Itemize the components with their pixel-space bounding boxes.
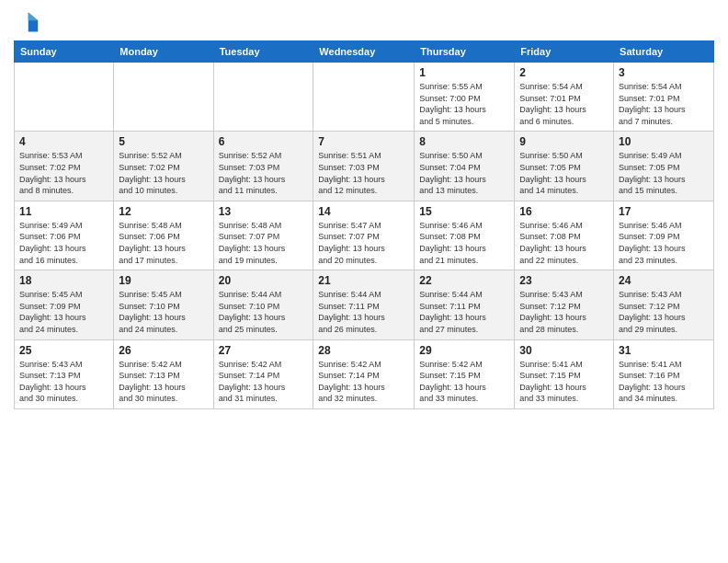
calendar-header-sunday: Sunday bbox=[15, 41, 114, 63]
day-info: Sunrise: 5:45 AM Sunset: 7:10 PM Dayligh… bbox=[119, 289, 208, 335]
calendar-body: 1Sunrise: 5:55 AM Sunset: 7:00 PM Daylig… bbox=[15, 63, 714, 409]
calendar-cell: 24Sunrise: 5:43 AM Sunset: 7:12 PM Dayli… bbox=[614, 270, 714, 339]
day-info: Sunrise: 5:42 AM Sunset: 7:14 PM Dayligh… bbox=[318, 359, 409, 405]
calendar-cell: 14Sunrise: 5:47 AM Sunset: 7:07 PM Dayli… bbox=[313, 201, 415, 270]
day-info: Sunrise: 5:46 AM Sunset: 7:08 PM Dayligh… bbox=[419, 220, 509, 266]
calendar-cell bbox=[15, 63, 114, 132]
calendar-cell: 29Sunrise: 5:42 AM Sunset: 7:15 PM Dayli… bbox=[415, 339, 515, 408]
day-number: 11 bbox=[19, 205, 108, 218]
day-number: 9 bbox=[519, 135, 609, 148]
day-info: Sunrise: 5:41 AM Sunset: 7:15 PM Dayligh… bbox=[519, 359, 609, 405]
day-info: Sunrise: 5:47 AM Sunset: 7:07 PM Dayligh… bbox=[318, 220, 409, 266]
day-number: 27 bbox=[219, 344, 309, 357]
day-info: Sunrise: 5:42 AM Sunset: 7:13 PM Dayligh… bbox=[119, 359, 208, 405]
day-info: Sunrise: 5:45 AM Sunset: 7:09 PM Dayligh… bbox=[19, 289, 108, 335]
day-info: Sunrise: 5:50 AM Sunset: 7:04 PM Dayligh… bbox=[419, 150, 509, 196]
calendar-cell: 16Sunrise: 5:46 AM Sunset: 7:08 PM Dayli… bbox=[515, 201, 614, 270]
calendar-cell: 23Sunrise: 5:43 AM Sunset: 7:12 PM Dayli… bbox=[515, 270, 614, 339]
calendar-cell: 19Sunrise: 5:45 AM Sunset: 7:10 PM Dayli… bbox=[114, 270, 213, 339]
day-number: 17 bbox=[619, 205, 709, 218]
logo-icon bbox=[14, 9, 40, 35]
calendar-cell: 21Sunrise: 5:44 AM Sunset: 7:11 PM Dayli… bbox=[313, 270, 415, 339]
calendar-cell: 31Sunrise: 5:41 AM Sunset: 7:16 PM Dayli… bbox=[614, 339, 714, 408]
day-number: 20 bbox=[219, 274, 309, 287]
calendar-cell: 18Sunrise: 5:45 AM Sunset: 7:09 PM Dayli… bbox=[15, 270, 114, 339]
calendar-cell: 2Sunrise: 5:54 AM Sunset: 7:01 PM Daylig… bbox=[515, 63, 614, 132]
calendar-header-thursday: Thursday bbox=[415, 41, 515, 63]
calendar-cell: 3Sunrise: 5:54 AM Sunset: 7:01 PM Daylig… bbox=[614, 63, 714, 132]
calendar-header-saturday: Saturday bbox=[614, 41, 714, 63]
calendar-cell: 27Sunrise: 5:42 AM Sunset: 7:14 PM Dayli… bbox=[213, 339, 313, 408]
day-info: Sunrise: 5:53 AM Sunset: 7:02 PM Dayligh… bbox=[19, 150, 108, 196]
day-number: 8 bbox=[419, 135, 509, 148]
logo bbox=[14, 9, 43, 35]
page-header bbox=[14, 9, 714, 35]
calendar-cell: 12Sunrise: 5:48 AM Sunset: 7:06 PM Dayli… bbox=[114, 201, 213, 270]
day-info: Sunrise: 5:50 AM Sunset: 7:05 PM Dayligh… bbox=[519, 150, 609, 196]
day-number: 18 bbox=[19, 274, 108, 287]
day-number: 13 bbox=[219, 205, 309, 218]
calendar-cell: 20Sunrise: 5:44 AM Sunset: 7:10 PM Dayli… bbox=[213, 270, 313, 339]
calendar-cell bbox=[213, 63, 313, 132]
day-info: Sunrise: 5:52 AM Sunset: 7:03 PM Dayligh… bbox=[219, 150, 309, 196]
calendar-cell bbox=[313, 63, 415, 132]
day-number: 12 bbox=[119, 205, 208, 218]
day-number: 25 bbox=[19, 344, 108, 357]
calendar-cell: 26Sunrise: 5:42 AM Sunset: 7:13 PM Dayli… bbox=[114, 339, 213, 408]
calendar-cell: 9Sunrise: 5:50 AM Sunset: 7:05 PM Daylig… bbox=[515, 132, 614, 201]
calendar-cell: 15Sunrise: 5:46 AM Sunset: 7:08 PM Dayli… bbox=[415, 201, 515, 270]
calendar-week-5: 25Sunrise: 5:43 AM Sunset: 7:13 PM Dayli… bbox=[15, 339, 714, 408]
day-info: Sunrise: 5:44 AM Sunset: 7:11 PM Dayligh… bbox=[419, 289, 509, 335]
calendar-cell: 17Sunrise: 5:46 AM Sunset: 7:09 PM Dayli… bbox=[614, 201, 714, 270]
day-info: Sunrise: 5:44 AM Sunset: 7:10 PM Dayligh… bbox=[219, 289, 309, 335]
calendar-header-friday: Friday bbox=[515, 41, 614, 63]
day-info: Sunrise: 5:55 AM Sunset: 7:00 PM Dayligh… bbox=[419, 81, 509, 127]
calendar-cell: 10Sunrise: 5:49 AM Sunset: 7:05 PM Dayli… bbox=[614, 132, 714, 201]
calendar-cell: 8Sunrise: 5:50 AM Sunset: 7:04 PM Daylig… bbox=[415, 132, 515, 201]
calendar-week-1: 1Sunrise: 5:55 AM Sunset: 7:00 PM Daylig… bbox=[15, 63, 714, 132]
day-number: 28 bbox=[318, 344, 409, 357]
day-number: 29 bbox=[419, 344, 509, 357]
calendar-cell: 5Sunrise: 5:52 AM Sunset: 7:02 PM Daylig… bbox=[114, 132, 213, 201]
day-info: Sunrise: 5:46 AM Sunset: 7:09 PM Dayligh… bbox=[619, 220, 709, 266]
calendar-week-2: 4Sunrise: 5:53 AM Sunset: 7:02 PM Daylig… bbox=[15, 132, 714, 201]
day-info: Sunrise: 5:48 AM Sunset: 7:07 PM Dayligh… bbox=[219, 220, 309, 266]
day-number: 4 bbox=[19, 135, 108, 148]
day-info: Sunrise: 5:41 AM Sunset: 7:16 PM Dayligh… bbox=[619, 359, 709, 405]
day-info: Sunrise: 5:43 AM Sunset: 7:13 PM Dayligh… bbox=[19, 359, 108, 405]
calendar-cell: 11Sunrise: 5:49 AM Sunset: 7:06 PM Dayli… bbox=[15, 201, 114, 270]
calendar-table: SundayMondayTuesdayWednesdayThursdayFrid… bbox=[14, 40, 714, 409]
day-number: 1 bbox=[419, 66, 509, 79]
day-info: Sunrise: 5:42 AM Sunset: 7:14 PM Dayligh… bbox=[219, 359, 309, 405]
calendar-header-row: SundayMondayTuesdayWednesdayThursdayFrid… bbox=[15, 41, 714, 63]
day-info: Sunrise: 5:51 AM Sunset: 7:03 PM Dayligh… bbox=[318, 150, 409, 196]
day-info: Sunrise: 5:54 AM Sunset: 7:01 PM Dayligh… bbox=[519, 81, 609, 127]
calendar-cell: 1Sunrise: 5:55 AM Sunset: 7:00 PM Daylig… bbox=[415, 63, 515, 132]
day-number: 23 bbox=[519, 274, 609, 287]
calendar-week-3: 11Sunrise: 5:49 AM Sunset: 7:06 PM Dayli… bbox=[15, 201, 714, 270]
day-number: 16 bbox=[519, 205, 609, 218]
day-info: Sunrise: 5:44 AM Sunset: 7:11 PM Dayligh… bbox=[318, 289, 409, 335]
day-number: 26 bbox=[119, 344, 208, 357]
day-info: Sunrise: 5:52 AM Sunset: 7:02 PM Dayligh… bbox=[119, 150, 208, 196]
calendar-cell: 25Sunrise: 5:43 AM Sunset: 7:13 PM Dayli… bbox=[15, 339, 114, 408]
day-info: Sunrise: 5:46 AM Sunset: 7:08 PM Dayligh… bbox=[519, 220, 609, 266]
day-number: 24 bbox=[619, 274, 709, 287]
calendar-cell: 4Sunrise: 5:53 AM Sunset: 7:02 PM Daylig… bbox=[15, 132, 114, 201]
day-number: 6 bbox=[219, 135, 309, 148]
day-number: 21 bbox=[318, 274, 409, 287]
day-info: Sunrise: 5:48 AM Sunset: 7:06 PM Dayligh… bbox=[119, 220, 208, 266]
day-number: 14 bbox=[318, 205, 409, 218]
day-number: 31 bbox=[619, 344, 709, 357]
calendar-header-tuesday: Tuesday bbox=[213, 41, 313, 63]
day-number: 22 bbox=[419, 274, 509, 287]
day-info: Sunrise: 5:54 AM Sunset: 7:01 PM Dayligh… bbox=[619, 81, 709, 127]
calendar-cell: 28Sunrise: 5:42 AM Sunset: 7:14 PM Dayli… bbox=[313, 339, 415, 408]
day-number: 2 bbox=[519, 66, 609, 79]
day-info: Sunrise: 5:43 AM Sunset: 7:12 PM Dayligh… bbox=[619, 289, 709, 335]
calendar-week-4: 18Sunrise: 5:45 AM Sunset: 7:09 PM Dayli… bbox=[15, 270, 714, 339]
calendar-cell: 7Sunrise: 5:51 AM Sunset: 7:03 PM Daylig… bbox=[313, 132, 415, 201]
day-number: 30 bbox=[519, 344, 609, 357]
calendar-cell: 22Sunrise: 5:44 AM Sunset: 7:11 PM Dayli… bbox=[415, 270, 515, 339]
day-number: 10 bbox=[619, 135, 709, 148]
